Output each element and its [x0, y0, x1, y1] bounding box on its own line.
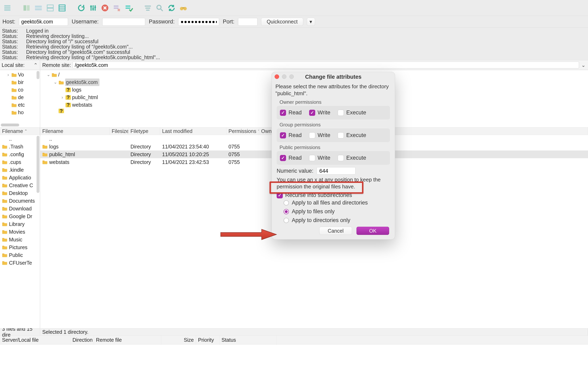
col-serverlocal[interactable]: Server/Local file: [0, 336, 70, 344]
host-input[interactable]: [19, 18, 68, 26]
list-item[interactable]: Pictures: [0, 243, 40, 251]
toggle-log-icon[interactable]: [45, 3, 56, 13]
reconnect-icon[interactable]: [166, 3, 177, 13]
scrollbar[interactable]: [1, 124, 19, 126]
list-item[interactable]: ..: [0, 135, 40, 143]
col-size[interactable]: Size: [161, 336, 196, 344]
group-read-checkbox[interactable]: Read: [280, 132, 302, 138]
group-write-checkbox[interactable]: Write: [309, 132, 330, 138]
list-item[interactable]: .cups: [0, 158, 40, 166]
remote-site-input[interactable]: [72, 62, 579, 68]
local-list-header: Filename ⌃: [0, 127, 40, 135]
recurse-mode-group: Apply to all files and directories Apply…: [284, 200, 390, 224]
log-label: Status:: [2, 28, 20, 33]
tree-item[interactable]: ho: [1, 109, 40, 116]
remote-site-dropdown[interactable]: ⌄: [581, 62, 586, 68]
port-input[interactable]: [238, 18, 258, 26]
minimize-icon: [282, 75, 286, 79]
svg-rect-9: [59, 5, 65, 11]
local-site-dropdown[interactable]: ⌃: [33, 62, 38, 68]
col-filesize[interactable]: Filesize: [110, 127, 129, 135]
folder-icon: [2, 152, 7, 157]
public-execute-checkbox[interactable]: Execute: [338, 155, 366, 161]
tree-item[interactable]: etc: [1, 101, 40, 109]
svg-rect-3: [24, 5, 26, 11]
col-filetype[interactable]: Filetype: [129, 127, 160, 135]
clear-failed-icon[interactable]: [112, 3, 122, 13]
search-icon[interactable]: [154, 3, 165, 13]
public-read-checkbox[interactable]: Read: [280, 155, 302, 161]
folder-icon: [2, 245, 7, 250]
list-item[interactable]: Download: [0, 205, 40, 212]
username-input[interactable]: [102, 18, 145, 26]
list-item[interactable]: Desktop: [0, 189, 40, 197]
numeric-value-input[interactable]: [317, 167, 355, 175]
remote-selection: Selected 1 directory.: [40, 328, 588, 335]
tree-item[interactable]: de: [1, 94, 40, 101]
toggle-tree-icon[interactable]: [57, 3, 67, 13]
quickconnect-button[interactable]: Quickconnect: [261, 18, 303, 26]
filter-icon[interactable]: [143, 3, 153, 13]
settings-icon[interactable]: [88, 3, 98, 13]
list-item[interactable]: Applicatio: [0, 174, 40, 182]
list-item[interactable]: Documents: [0, 197, 40, 205]
log-message: Retrieving directory listing of "/geekto…: [26, 55, 160, 60]
list-item[interactable]: Public: [0, 251, 40, 259]
clear-ok-icon[interactable]: [123, 3, 134, 13]
password-input[interactable]: [178, 18, 219, 26]
svg-rect-5: [35, 6, 42, 8]
list-item[interactable]: .config: [0, 150, 40, 158]
local-tree[interactable]: ›Vobircodeetcho: [0, 70, 40, 117]
list-item[interactable]: CFUserTe: [0, 259, 40, 267]
close-icon[interactable]: [275, 75, 279, 79]
list-item[interactable]: Google Dr: [0, 212, 40, 220]
folder-icon: [59, 80, 64, 85]
svg-rect-16: [114, 6, 118, 7]
log-label: Status:: [2, 44, 20, 49]
radio-all[interactable]: Apply to all files and directories: [284, 200, 390, 206]
compare-icon[interactable]: [21, 3, 32, 13]
tree-item[interactable]: bir: [1, 78, 40, 86]
col-priority[interactable]: Priority: [196, 336, 219, 344]
list-item[interactable]: Movies: [0, 228, 40, 236]
tree-item[interactable]: ›Vo: [1, 71, 40, 78]
local-listing[interactable]: ...Trash.config.cups.kindleApplicatioCre…: [0, 135, 40, 328]
col-remotefile[interactable]: Remote file: [94, 336, 161, 344]
col-direction[interactable]: Direction: [70, 336, 94, 344]
cancel-button[interactable]: Cancel: [319, 227, 352, 235]
refresh-icon[interactable]: [76, 3, 86, 13]
ok-button[interactable]: OK: [356, 227, 389, 235]
col-filename[interactable]: Filename: [40, 127, 110, 135]
col-lastmod[interactable]: Last modified: [160, 127, 226, 135]
site-manager-icon[interactable]: [2, 3, 13, 13]
scrollbar[interactable]: [36, 71, 39, 79]
list-item[interactable]: Music: [0, 236, 40, 243]
sort-caret-icon: ⌃: [24, 129, 27, 133]
svg-rect-21: [145, 8, 150, 8]
sync-icon[interactable]: [33, 3, 44, 13]
host-label: Host:: [2, 18, 15, 25]
radio-files-only[interactable]: Apply to files only: [284, 208, 390, 215]
owner-write-checkbox[interactable]: Write: [309, 109, 330, 116]
owner-execute-checkbox[interactable]: Execute: [338, 109, 366, 116]
col-permissions[interactable]: Permissions ⌃: [226, 127, 259, 135]
tree-item[interactable]: co: [1, 86, 40, 94]
cancel-icon[interactable]: [100, 3, 110, 13]
log-message: Directory listing of "/geekto5k.com" suc…: [26, 49, 130, 55]
quickconnect-dropdown[interactable]: ▾: [307, 18, 315, 26]
list-item[interactable]: .kindle: [0, 166, 40, 174]
folder-icon: [2, 230, 7, 234]
group-execute-checkbox[interactable]: Execute: [338, 132, 366, 138]
list-item[interactable]: Library: [0, 220, 40, 228]
scrollbar[interactable]: [36, 136, 39, 193]
public-write-checkbox[interactable]: Write: [309, 155, 330, 161]
binoculars-icon[interactable]: [178, 3, 189, 13]
log-message: Retrieving directory listing...: [26, 33, 89, 39]
radio-dirs-only[interactable]: Apply to directories only: [284, 217, 390, 224]
log-label: Status:: [2, 33, 20, 39]
list-item[interactable]: Creative C: [0, 182, 40, 189]
owner-read-checkbox[interactable]: Read: [280, 109, 302, 116]
col-status[interactable]: Status: [219, 336, 277, 344]
col-filename[interactable]: Filename ⌃: [0, 127, 40, 135]
list-item[interactable]: .Trash: [0, 143, 40, 150]
